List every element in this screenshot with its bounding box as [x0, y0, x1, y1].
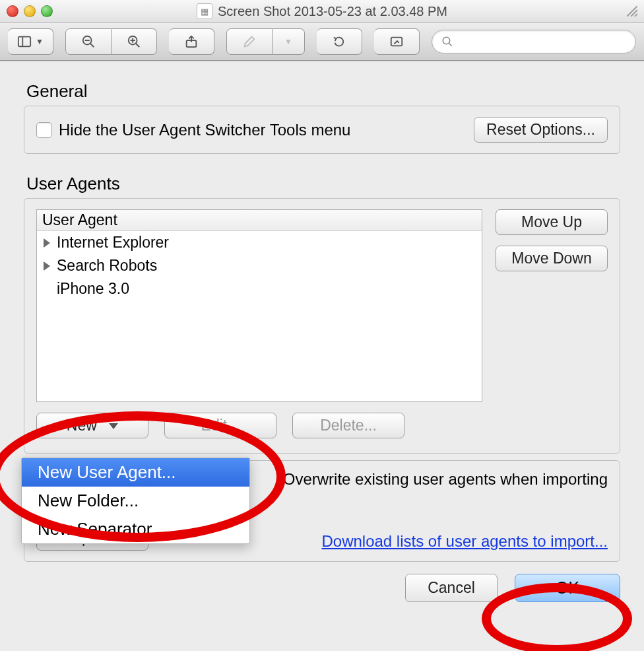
list-item[interactable]: Internet Explorer: [37, 231, 482, 254]
traffic-lights: [7, 5, 53, 17]
preview-toolbar: ▼ ▼: [0, 23, 644, 61]
new-dropdown-button[interactable]: New: [36, 413, 148, 438]
search-icon: [441, 36, 453, 48]
disclosure-triangle-icon[interactable]: [44, 238, 50, 248]
window-title: Screen Shot 2013-05-23 at 2.03.48 PM: [218, 4, 447, 19]
search-input[interactable]: [457, 34, 626, 50]
reset-options-button[interactable]: Reset Options...: [474, 117, 608, 143]
document-icon: ▦: [197, 3, 212, 19]
general-section-title: General: [26, 81, 620, 102]
close-window-button[interactable]: [7, 5, 18, 17]
menu-item-new-separator[interactable]: New Separator: [22, 515, 249, 543]
options-dialog: General Hide the User Agent Switcher Too…: [0, 61, 644, 651]
general-panel: Hide the User Agent Switcher Tools menu …: [24, 106, 620, 154]
move-up-button[interactable]: Move Up: [496, 209, 608, 235]
svg-rect-0: [18, 37, 30, 47]
new-menu: New User Agent... New Folder... New Sepa…: [21, 458, 250, 544]
share-button[interactable]: [169, 28, 214, 55]
hide-tools-menu-label: Hide the User Agent Switcher Tools menu: [59, 121, 350, 139]
menu-item-new-user-agent[interactable]: New User Agent...: [22, 458, 249, 487]
svg-line-12: [449, 43, 452, 46]
user-agents-panel: User Agent Internet Explorer Search Robo…: [24, 198, 620, 454]
disclosure-triangle-icon[interactable]: [44, 261, 50, 271]
user-agents-column-header: User Agent: [37, 210, 482, 231]
list-item-label: Internet Explorer: [57, 234, 169, 252]
edit-button[interactable]: Edit...: [164, 413, 276, 438]
search-field-wrap[interactable]: [432, 30, 636, 53]
markup-pen-button[interactable]: [226, 28, 273, 55]
svg-line-3: [90, 44, 94, 48]
list-item-label: iPhone 3.0: [57, 280, 129, 298]
resize-icon: [627, 6, 637, 17]
delete-button[interactable]: Delete...: [292, 413, 404, 438]
checkbox-icon: [36, 122, 52, 138]
cancel-button[interactable]: Cancel: [405, 574, 498, 602]
menu-item-new-folder[interactable]: New Folder...: [22, 487, 249, 515]
minimize-window-button[interactable]: [24, 5, 36, 17]
window-titlebar: ▦ Screen Shot 2013-05-23 at 2.03.48 PM: [0, 0, 644, 23]
zoom-in-button[interactable]: [112, 28, 157, 55]
dropdown-arrow-icon: [109, 423, 118, 429]
zoom-out-button[interactable]: [65, 28, 112, 55]
dialog-footer: Cancel OK: [24, 574, 620, 602]
list-item[interactable]: iPhone 3.0: [37, 277, 482, 300]
list-item-label: Search Robots: [57, 257, 157, 275]
user-agents-section-title: User Agents: [26, 174, 620, 194]
rotate-button[interactable]: [317, 28, 362, 55]
edit-toolbar-button[interactable]: [374, 28, 420, 55]
overwrite-on-import-label: Overwrite existing user agents when impo…: [283, 470, 608, 489]
svg-point-11: [443, 37, 450, 44]
sidebar-toggle-button[interactable]: ▼: [8, 28, 53, 55]
new-button-label: New: [67, 417, 97, 434]
list-item[interactable]: Search Robots: [37, 254, 482, 277]
move-down-button[interactable]: Move Down: [496, 246, 608, 271]
ok-button[interactable]: OK: [515, 574, 620, 602]
zoom-window-button[interactable]: [41, 5, 53, 17]
svg-line-6: [136, 44, 140, 48]
download-user-agents-link[interactable]: Download lists of user agents to import.…: [321, 532, 608, 551]
markup-pen-menu-button[interactable]: ▼: [273, 28, 305, 55]
hide-tools-menu-checkbox[interactable]: Hide the User Agent Switcher Tools menu: [36, 121, 350, 139]
user-agents-list[interactable]: User Agent Internet Explorer Search Robo…: [36, 209, 482, 402]
